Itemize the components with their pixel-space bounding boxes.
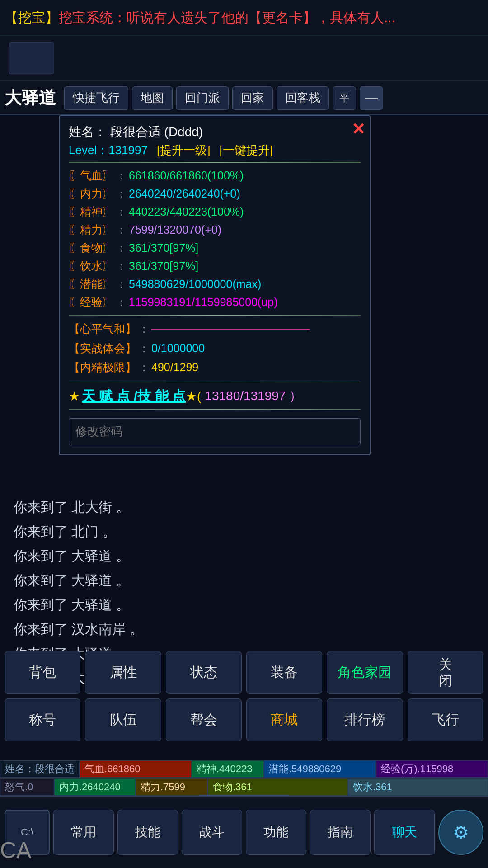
nav-location: 大驿道 [5,86,56,109]
avatar [9,42,54,74]
team-btn[interactable]: 队伍 [85,698,161,741]
title-btn[interactable]: 称号 [5,698,80,741]
nav-bar: 大驿道 快捷飞行 地图 回门派 回家 回客栈 平 — [0,81,488,115]
status-stamina: 精力.7599 [136,778,208,796]
nav-map-btn[interactable]: 地图 [132,86,173,110]
status-exp: 经验(万).115998 [376,760,488,778]
char-home-btn[interactable]: 角色家园 [327,651,403,694]
function-btn[interactable]: 功能 [246,810,306,855]
talent-link[interactable]: 天 赋 点 /技 能 点 [82,387,186,406]
onekey-upgrade-btn[interactable]: [一键提升] [219,142,272,158]
skills-btn[interactable]: 技能 [117,810,178,855]
s2-row-combat: 【实战体会】 ： 0/1000000 [69,339,361,358]
talent-star-right: ★( [186,389,201,404]
status-food: 食物.361 [208,778,348,796]
marquee-text: 【挖宝】挖宝系统：听说有人遗失了他的【更名卡】，具体有人... [5,9,395,27]
combat-btn[interactable]: 战斗 [182,810,242,855]
avatar-area [0,36,488,81]
cl-icon: C:\ [21,826,33,838]
marquee-bar: 【挖宝】挖宝系统：听说有人遗失了他的【更名卡】，具体有人... [0,0,488,36]
s2-row-calm: 【心平气和】 ： —————————————— [69,319,361,339]
action-grid: 背包 属性 状态 装备 角色家园 关闭 称号 队伍 帮会 商城 排行榜 飞行 [0,651,488,741]
name-label: 姓名： [69,125,107,139]
common-btn[interactable]: 常用 [53,810,114,855]
panel-divider-3 [69,382,361,382]
ranking-btn[interactable]: 排行榜 [327,698,403,741]
upgrade-btn[interactable]: [提升一级] [157,142,210,158]
status-anger: 怒气.0 [0,778,54,796]
level-text: Level：131997 [69,142,148,158]
bottom-nav: C:\ 常用 技能 战斗 功能 指南 聊天 ⚙ [0,796,488,868]
fly-btn[interactable]: 飞行 [408,698,483,741]
log-line: 你来到了 北大街 。 [14,495,474,519]
status-btn[interactable]: 状态 [166,651,242,694]
status-water: 饮水.361 [348,778,488,796]
log-line: 你来到了 北门 。 [14,519,474,544]
status-latent: 潜能.549880629 [264,760,376,778]
log-line: 你来到了 大驿道 。 [14,568,474,593]
stat-row-stamina: 〖精力〗 ： 7599/1320070(+0) [69,221,361,239]
panel-name: 姓名： 段很合适 (Dddd) [69,123,361,141]
nav-extra-btn[interactable]: 平 [333,86,356,110]
stat-row-water: 〖饮水〗 ： 361/370[97%] [69,257,361,275]
attributes-btn[interactable]: 属性 [85,651,161,694]
talent-row: ★ 天 赋 点 /技 能 点 ★( 13180/131997 ） [69,387,361,406]
ca-label: CA [0,837,31,863]
stat-row-hp: 〖气血〗 ： 661860/661860(100%) [69,166,361,184]
status-spirit: 精神.440223 [192,760,264,778]
status-row-2: 怒气.0 内力.2640240 精力.7599 食物.361 饮水.361 [0,778,488,796]
stat-row-food: 〖食物〗 ： 361/370[97%] [69,239,361,257]
name-value: 段很合适 (Dddd) [110,125,203,139]
panel-close-btn[interactable]: ✕ [352,120,365,139]
panel-divider-1 [69,162,361,163]
panel-level-row: Level：131997 [提升一级] [一键提升] [69,142,361,158]
guide-btn[interactable]: 指南 [310,810,371,855]
log-line: 你来到了 大驿道 。 [14,544,474,568]
nav-return-sect-btn[interactable]: 回门派 [176,86,229,110]
backpack-btn[interactable]: 背包 [5,651,80,694]
settings-btn[interactable]: ⚙ [438,810,483,855]
status-hp: 气血.661860 [80,760,192,778]
status-bars: 姓名：段很合适 气血.661860 精神.440223 潜能.549880629… [0,760,488,796]
stat-row-mp: 〖内力〗 ： 2640240/2640240(+0) [69,184,361,203]
status-mp: 内力.2640240 [54,778,136,796]
password-input[interactable] [69,418,361,445]
shop-btn[interactable]: 商城 [246,698,322,741]
stat-row-latent: 〖潜能〗 ： 549880629/1000000(max) [69,275,361,293]
log-line: 你来到了 大驿道 。 [14,593,474,617]
nav-dash-btn[interactable]: — [360,86,383,110]
action-row-2: 称号 队伍 帮会 商城 排行榜 飞行 [5,698,483,741]
panel-section2: 【心平气和】 ： —————————————— 【实战体会】 ： 0/10000… [69,319,361,377]
stat-row-spirit: 〖精神〗 ： 440223/440223(100%) [69,203,361,221]
nav-quick-fly-btn[interactable]: 快捷飞行 [64,86,128,110]
status-row-1: 姓名：段很合适 气血.661860 精神.440223 潜能.549880629… [0,760,488,778]
chat-btn[interactable]: 聊天 [374,810,435,855]
close-btn[interactable]: 关闭 [408,651,483,694]
action-row-1: 背包 属性 状态 装备 角色家园 关闭 [5,651,483,694]
talent-star-left: ★ [69,389,80,404]
s2-row-inner: 【内精极限】 ： 490/1299 [69,358,361,377]
stat-row-exp: 〖经验〗 ： 1159983191/1159985000(up) [69,293,361,311]
equipment-btn[interactable]: 装备 [246,651,322,694]
nav-return-inn-btn[interactable]: 回客栈 [277,86,329,110]
char-panel: ✕ 姓名： 段很合适 (Dddd) Level：131997 [提升一级] [一… [59,115,371,455]
talent-count: 13180/131997 ） [205,387,302,405]
status-name: 姓名：段很合适 [0,760,80,778]
panel-divider-2 [69,315,361,316]
panel-divider-4 [69,409,361,410]
guild-btn[interactable]: 帮会 [166,698,242,741]
log-line: 你来到了 汉水南岸 。 [14,617,474,642]
nav-return-home-btn[interactable]: 回家 [232,86,273,110]
